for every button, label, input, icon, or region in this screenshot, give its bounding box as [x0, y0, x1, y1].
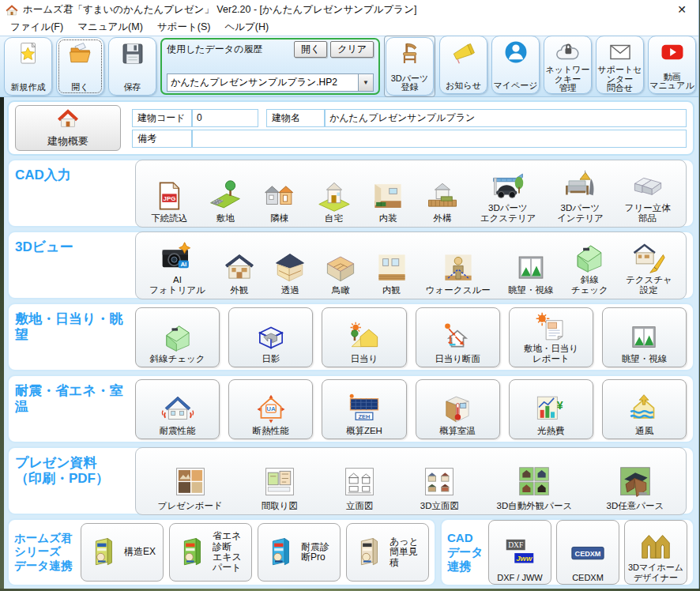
item-label: 3D任意パース: [607, 501, 664, 511]
item-label: 概算ZEH: [346, 426, 382, 436]
item-interior-view-button[interactable]: 内観: [373, 235, 411, 296]
item-label: ウォークスルー: [426, 285, 491, 296]
item-label: お知らせ: [446, 81, 481, 91]
item-any-perspective-button[interactable]: 3D任意パース: [604, 450, 667, 512]
item-neighbor-button[interactable]: 隣棟: [261, 163, 299, 224]
jpg-page-icon: JPG: [152, 179, 186, 213]
item-label: CEDXM: [572, 573, 604, 582]
item-label: 隣棟: [270, 213, 288, 224]
cost-chart-icon: ¥: [534, 393, 567, 425]
item-myhome-designer-button[interactable]: 3Dマイホーム デザイナー: [624, 520, 687, 585]
item-news-button[interactable]: お知らせ: [439, 36, 487, 94]
client-area: 建物概要 建物コード 建物名 備考 CAD入力 JPG下絵読込敷地隣棟自宅内装外…: [0, 97, 698, 589]
menu-help[interactable]: ヘルプ(H): [217, 19, 276, 36]
item-slant-check-button[interactable]: 斜線 チェック: [569, 235, 611, 296]
item-sun-shadow-button[interactable]: 日影: [228, 307, 313, 367]
sun-report-icon: [534, 311, 567, 343]
box-shoene-icon: [175, 529, 209, 576]
item-free-parts-button[interactable]: フリー立体 部品: [623, 163, 673, 224]
item-label: 外構: [433, 213, 451, 224]
item-elevation-button[interactable]: 立面図: [334, 450, 385, 512]
item-dxf-jww-button[interactable]: DXFJwwDXF / JWW: [488, 520, 551, 585]
item-ai-photoreal-button[interactable]: AIAI フォトリアル: [147, 235, 208, 296]
item-my-house-button[interactable]: 自宅: [315, 163, 353, 224]
item-presen-board-button[interactable]: プレゼンボード: [156, 450, 225, 512]
combo-arrow-icon[interactable]: ▼: [358, 74, 373, 91]
item-exterior-view-button[interactable]: 外観: [220, 235, 258, 296]
bottom-row: ホームズ君 シリーズ データ連携 構造EX省エネ診断 エキスパート耐震診断Pro…: [7, 518, 694, 586]
item-support-contact-button[interactable]: サポートセンター 問合せ: [596, 36, 644, 94]
menu-file[interactable]: ファイル(F): [3, 19, 70, 36]
building-summary-button[interactable]: 建物概要: [15, 105, 121, 151]
item-interior-button[interactable]: 内装: [369, 163, 407, 224]
item-transparent-button[interactable]: 透過: [271, 235, 309, 296]
item-label: 眺望・視線: [622, 354, 668, 364]
seismic-energy-items: 耐震性能UA断熱性能ZEH概算ZEH概算室温¥光熱費通風: [135, 379, 687, 439]
item-label: 開く: [71, 83, 88, 92]
item-ventilation-button[interactable]: 通風: [602, 379, 687, 439]
item-texture-setting-button[interactable]: テクスチャ 設定: [623, 235, 675, 296]
section-title: 敷地・日当り・眺望: [15, 307, 135, 343]
item-label: 耐震診断Pro: [301, 542, 337, 563]
history-open-button[interactable]: 開く: [294, 41, 327, 58]
item-underlay-import-button[interactable]: JPG下絵読込: [149, 163, 190, 224]
quake-house-icon: [161, 393, 194, 425]
item-slant-check-button[interactable]: 斜線チェック: [135, 307, 220, 367]
item-sunlight-section-button[interactable]: 日当り断面: [416, 307, 500, 367]
item-label: 新規作成: [11, 83, 46, 92]
item-site-button[interactable]: 敷地: [206, 163, 244, 224]
title-bar: ホームズ君「すまいのかんたんプレゼン」 Ver2.20 - [かんたんプレゼンサ…: [0, 0, 698, 19]
item-mypage-button[interactable]: マイページ: [491, 36, 540, 94]
item-label: AI フォトリアル: [149, 275, 205, 296]
item-label: 耐震性能: [160, 426, 196, 436]
item-view-sight-button[interactable]: 眺望・視線: [602, 307, 687, 367]
item-network-key-button[interactable]: ネットワークキー 管理: [544, 36, 592, 94]
item-elevation-3d-button[interactable]: 3D立面図: [414, 450, 465, 512]
section-seismic-energy: 耐震・省エネ・室温 耐震性能UA断熱性能ZEH概算ZEH概算室温¥光熱費通風: [7, 375, 694, 443]
item-save-button[interactable]: 保存: [108, 37, 156, 96]
svg-text:UA: UA: [266, 405, 276, 412]
history-clear-button[interactable]: クリア: [330, 41, 374, 58]
item-sunlight-button[interactable]: 日当り: [322, 307, 406, 367]
section-presentation: プレゼン資料 （印刷・PDF） プレゼンボード間取り図立面図3D立面図3D自動外…: [7, 446, 694, 515]
item-seismic-performance-button[interactable]: 耐震性能: [135, 379, 220, 439]
item-label: 透過: [281, 285, 299, 296]
section-site-sun-view: 敷地・日当り・眺望 斜線チェック日影日当り日当り断面敷地・日当り レポート眺望・…: [7, 303, 694, 371]
building-note-input[interactable]: [192, 130, 687, 148]
building-name-input[interactable]: [325, 109, 687, 127]
menu-manual[interactable]: マニュアル(M): [70, 19, 150, 36]
item-approx-room-temp-button[interactable]: 概算室温: [416, 379, 500, 439]
close-button[interactable]: ✕: [670, 2, 694, 17]
menu-support[interactable]: サポート(S): [150, 19, 218, 36]
item-parts-exterior-button[interactable]: 3Dパーツ エクステリア: [478, 163, 539, 224]
item-parts-interior-button[interactable]: 3Dパーツ インテリア: [555, 163, 606, 224]
item-approx-zeh-button[interactable]: ZEH概算ZEH: [322, 379, 406, 439]
item-walkthrough-button[interactable]: ウォークスルー: [423, 235, 493, 296]
item-auto-exterior-perspective-button[interactable]: 3D自動外観パース: [495, 450, 575, 512]
item-site-sun-report-button[interactable]: 敷地・日当り レポート: [509, 307, 593, 367]
item-open-button[interactable]: 開く: [56, 37, 104, 96]
item-view-sight-button[interactable]: 眺望・視線: [506, 235, 556, 296]
section-title: 3Dビュー: [15, 235, 135, 255]
item-birdseye-button[interactable]: 鳥瞰: [322, 235, 359, 296]
item-kouzou-ex-button[interactable]: 構造EX: [81, 523, 164, 582]
item-exterior-button[interactable]: 外構: [423, 163, 461, 224]
ua-house-icon: UA: [254, 393, 288, 425]
history-combobox[interactable]: かんたんプレゼンサンプルプラン.HP2 ▼: [167, 73, 374, 92]
item-shoene-expert-button[interactable]: 省エネ診断 エキスパート: [169, 523, 252, 582]
item-atto-mitsumori-button[interactable]: あっと 簡単見積: [346, 523, 429, 582]
item-taishin-pro-button[interactable]: 耐震診断Pro: [258, 523, 341, 582]
perspective-auto-icon: [511, 465, 557, 500]
svg-text:Jww: Jww: [516, 553, 533, 562]
sun-house-icon: [348, 322, 381, 353]
item-parts-register-button[interactable]: 3Dパーツ 登録: [386, 37, 434, 96]
item-cedxm-button[interactable]: CEDXMCEDXM: [556, 520, 619, 585]
building-code-input[interactable]: [192, 109, 258, 127]
item-floor-plan-button[interactable]: 間取り図: [254, 450, 305, 512]
item-insulation-performance-button[interactable]: UA断熱性能: [228, 379, 313, 439]
data-history-group: 使用したデータの履歴 開く クリア かんたんプレゼンサンプルプラン.HP2 ▼: [160, 38, 380, 95]
item-new-button[interactable]: 新規作成: [4, 37, 52, 96]
item-utility-cost-button[interactable]: ¥光熱費: [509, 379, 593, 439]
item-label: 斜線 チェック: [571, 275, 608, 296]
item-video-manual-button[interactable]: 動画 マニュアル: [648, 36, 696, 94]
